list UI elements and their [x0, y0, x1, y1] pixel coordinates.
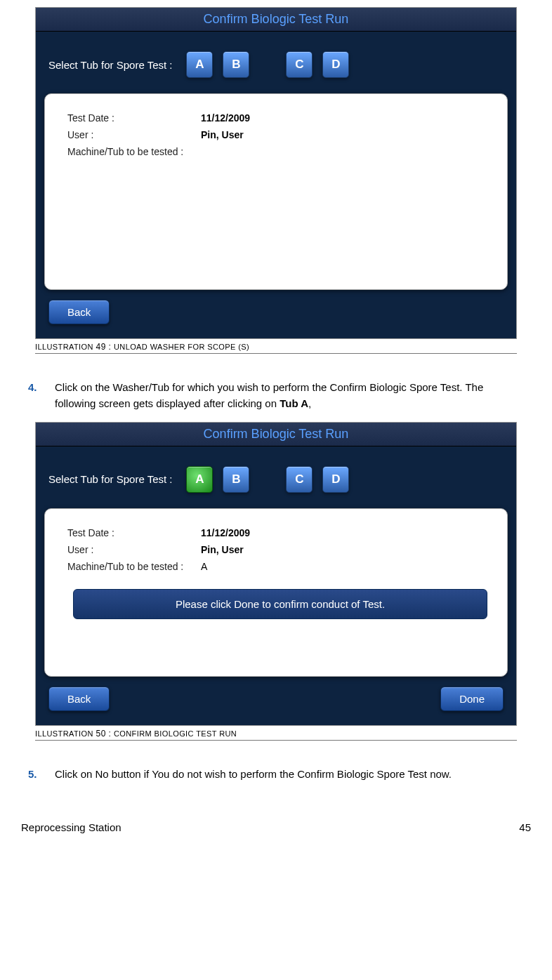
step-4-text: Click on the Washer/Tub for which you wi… [55, 379, 524, 412]
tub-a-button[interactable]: A [186, 51, 213, 78]
machine-row: Machine/Tub to be tested : [67, 146, 493, 157]
app-title: Confirm Biologic Test Run [36, 8, 516, 32]
test-date-label: Test Date : [67, 112, 201, 124]
step-4-number: 4. [28, 379, 42, 412]
illustration-50-frame: Confirm Biologic Test Run Select Tub for… [35, 422, 517, 726]
done-button[interactable]: Done [440, 687, 504, 711]
details-panel-50: Test Date : 11/12/2009 User : Pin, User … [44, 508, 508, 677]
step-5-text: Click on No button if You do not wish to… [55, 766, 452, 782]
illustration-50-caption: Illustration 50 : Confirm Biologic Test … [35, 729, 517, 741]
test-date-row-50: Test Date : 11/12/2009 [67, 527, 493, 538]
bottom-bar: Back [36, 294, 516, 333]
illustration-49-caption: Illustration 49 : Unload Washer for Scop… [35, 342, 517, 354]
tub-c-button[interactable]: C [286, 51, 313, 78]
test-date-row: Test Date : 11/12/2009 [67, 112, 493, 124]
tub-select-row-50: Select Tub for Spore Test : A B C D [36, 446, 516, 508]
back-button-50[interactable]: Back [48, 687, 110, 711]
bottom-bar-50: Back Done [36, 681, 516, 720]
step-4-bold: Tub A [280, 397, 308, 409]
tub-a-button-selected[interactable]: A [186, 466, 213, 493]
test-date-label-50: Test Date : [67, 527, 201, 538]
confirm-banner: Please click Done to confirm conduct of … [73, 589, 487, 619]
user-value: Pin, User [201, 129, 244, 140]
caption-prefix: Illustration [35, 343, 93, 351]
user-label-50: User : [67, 544, 201, 555]
user-value-50: Pin, User [201, 544, 244, 555]
tub-c-button-50[interactable]: C [286, 466, 313, 493]
tub-select-row: Select Tub for Spore Test : A B C D [36, 32, 516, 93]
machine-value-50: A [201, 561, 207, 572]
select-tub-label: Select Tub for Spore Test : [48, 59, 172, 71]
user-row: User : Pin, User [67, 129, 493, 140]
footer-left: Reprocessing Station [21, 821, 121, 833]
illustration-49-frame: Confirm Biologic Test Run Select Tub for… [35, 7, 517, 339]
tub-d-button[interactable]: D [322, 51, 349, 78]
test-date-value: 11/12/2009 [201, 112, 250, 124]
caption-number: 49 [96, 342, 106, 352]
back-button[interactable]: Back [48, 300, 110, 324]
test-date-value-50: 11/12/2009 [201, 527, 250, 538]
step-5: 5. Click on No button if You do not wish… [28, 766, 524, 782]
caption-number-50: 50 [96, 729, 106, 739]
details-panel: Test Date : 11/12/2009 User : Pin, User … [44, 93, 508, 290]
app-body-50: Select Tub for Spore Test : A B C D Test… [36, 446, 516, 725]
app-title-50: Confirm Biologic Test Run [36, 423, 516, 446]
app-body: Select Tub for Spore Test : A B C D Test… [36, 32, 516, 338]
machine-label: Machine/Tub to be tested : [67, 146, 201, 157]
tub-d-button-50[interactable]: D [322, 466, 349, 493]
machine-label-50: Machine/Tub to be tested : [67, 561, 201, 572]
tub-b-button-50[interactable]: B [223, 466, 249, 493]
user-row-50: User : Pin, User [67, 544, 493, 555]
machine-row-50: Machine/Tub to be tested : A [67, 561, 493, 572]
footer-page-number: 45 [519, 821, 531, 833]
step-4: 4. Click on the Washer/Tub for which you… [28, 379, 524, 412]
step-4-text-a: Click on the Washer/Tub for which you wi… [55, 381, 483, 409]
tub-b-button[interactable]: B [223, 51, 249, 78]
page-footer: Reprocessing Station 45 [21, 821, 531, 833]
caption-text: Unload Washer for Scope (s) [114, 343, 249, 351]
caption-prefix-50: Illustration [35, 729, 93, 738]
caption-text-50: Confirm Biologic Test Run [114, 729, 237, 738]
step-5-number: 5. [28, 766, 42, 782]
select-tub-label-50: Select Tub for Spore Test : [48, 473, 172, 485]
user-label: User : [67, 129, 201, 140]
step-4-text-c: , [308, 397, 311, 409]
